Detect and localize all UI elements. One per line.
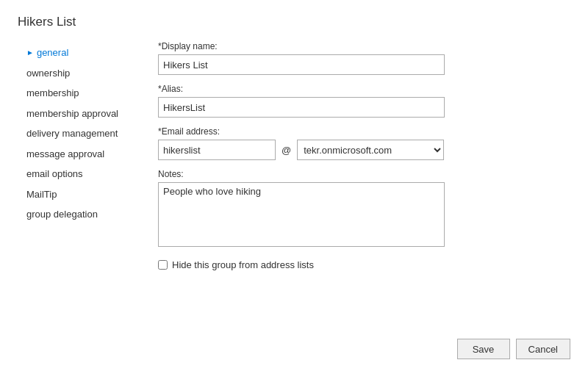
sidebar-item-email-options[interactable]: email options: [18, 164, 146, 184]
notes-textarea[interactable]: People who love hiking: [158, 182, 445, 247]
sidebar-label-group-delegation: group delegation: [26, 207, 98, 222]
email-address-label: *Email address:: [158, 126, 570, 137]
notes-label: Notes:: [158, 169, 570, 179]
at-sign: @: [282, 145, 291, 156]
sidebar-label-email-options: email options: [26, 167, 83, 181]
email-local-input[interactable]: [158, 140, 276, 160]
main-form: *Display name: *Alias: *Email address: @…: [146, 41, 570, 315]
sidebar-item-general[interactable]: ► general: [18, 43, 146, 63]
hide-group-label: Hide this group from address lists: [172, 259, 314, 270]
sidebar-item-message-approval[interactable]: message approval: [18, 144, 146, 165]
sidebar-item-delivery-management[interactable]: delivery management: [18, 123, 146, 144]
sidebar-item-membership-approval[interactable]: membership approval: [18, 104, 146, 124]
email-row: @ tekr.onmicrosoft.com: [158, 140, 570, 160]
page-title: Hikers List: [18, 15, 570, 29]
cancel-button[interactable]: Cancel: [516, 339, 570, 359]
sidebar-item-group-delegation[interactable]: group delegation: [18, 204, 146, 225]
sidebar-label-membership: membership: [26, 86, 79, 101]
sidebar: ► general ownership membership membershi…: [18, 41, 146, 315]
sidebar-item-mailtip[interactable]: MailTip: [18, 184, 146, 205]
domain-select[interactable]: tekr.onmicrosoft.com: [297, 140, 444, 160]
content-area: ► general ownership membership membershi…: [18, 41, 570, 315]
active-arrow-icon: ►: [26, 47, 34, 58]
sidebar-label-membership-approval: membership approval: [26, 107, 118, 121]
alias-label: *Alias:: [158, 84, 570, 94]
hide-group-checkbox[interactable]: [158, 260, 168, 270]
sidebar-item-ownership[interactable]: ownership: [18, 63, 146, 84]
sidebar-label-general: general: [37, 46, 68, 60]
alias-input[interactable]: [158, 97, 445, 118]
save-button[interactable]: Save: [457, 339, 510, 359]
display-name-group: *Display name:: [158, 41, 570, 75]
email-address-group: *Email address: @ tekr.onmicrosoft.com: [158, 126, 570, 160]
sidebar-item-membership[interactable]: membership: [18, 83, 146, 104]
sidebar-label-ownership: ownership: [26, 66, 70, 81]
page-container: Hikers List ► general ownership membersh…: [0, 0, 588, 371]
sidebar-label-delivery-management: delivery management: [26, 126, 118, 141]
notes-group: Notes: People who love hiking: [158, 169, 570, 249]
sidebar-label-message-approval: message approval: [26, 147, 104, 162]
alias-group: *Alias:: [158, 84, 570, 118]
display-name-input[interactable]: [158, 54, 445, 75]
display-name-label: *Display name:: [158, 41, 570, 51]
sidebar-label-mailtip: MailTip: [26, 187, 57, 202]
hide-group-row: Hide this group from address lists: [158, 259, 570, 270]
footer-buttons: Save Cancel: [18, 330, 570, 359]
